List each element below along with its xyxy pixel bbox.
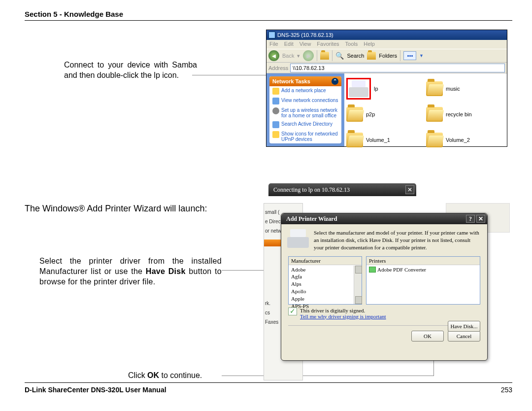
task-view-connections[interactable]: View network connections	[269, 96, 341, 106]
menu-view[interactable]: View	[299, 41, 311, 48]
list-item[interactable]: Adobe	[291, 266, 359, 274]
ok-bold: OK	[147, 371, 159, 379]
list-item[interactable]: Agfa	[291, 273, 359, 280]
signed-icon	[288, 308, 297, 315]
menu-favorites[interactable]: Favorites	[317, 41, 339, 48]
file-label: p2p	[366, 111, 375, 117]
back-icon[interactable]: ◄	[268, 50, 279, 61]
list-item[interactable]: Adobe PDF Converter	[369, 266, 477, 274]
up-folder-icon[interactable]	[320, 52, 329, 60]
text: Click	[128, 371, 147, 379]
folder-icon	[346, 133, 363, 147]
task-add-place[interactable]: Add a network place	[269, 86, 341, 96]
file-label: music	[446, 86, 460, 92]
list-item[interactable]: Apple	[291, 295, 359, 303]
have-disk-button[interactable]: Have Disk...	[448, 321, 480, 332]
separator	[332, 50, 332, 61]
chevron-up-icon[interactable]: ⌃	[332, 78, 338, 85]
manufacturer-list[interactable]: Manufacturer Adobe Agfa Alps Apollo Appl…	[288, 256, 362, 305]
connecting-titlebar: Connecting to lp on 10.78.62.13 ✕	[268, 183, 416, 196]
wizard-description: Select the manufacturer and model of you…	[314, 229, 481, 251]
section-header: Section 5 - Knowledge Base	[25, 10, 512, 20]
close-icon[interactable]: ✕	[405, 185, 414, 194]
connecting-text: Connecting to lp on 10.78.62.13	[273, 186, 350, 194]
folder-icon	[272, 88, 279, 95]
ok-button[interactable]: OK	[411, 331, 444, 342]
list-item[interactable]: Apollo	[291, 288, 359, 295]
wireless-icon	[272, 107, 279, 114]
file-music[interactable]: music	[426, 76, 505, 101]
address-bar: Address	[266, 63, 507, 73]
window-title: DNS-325 (10.78.62.13)	[277, 32, 333, 38]
folders-button[interactable]: Folders	[379, 53, 397, 59]
cancel-button[interactable]: Cancel	[448, 331, 480, 342]
app-icon	[268, 32, 275, 38]
explorer-window: DNS-325 (10.78.62.13) File Edit View Fav…	[266, 30, 507, 147]
network-icon	[272, 98, 279, 104]
manufacturer-header: Manufacturer	[289, 257, 362, 265]
task-label: Set up a wireless network for a home or …	[281, 107, 338, 118]
forward-icon[interactable]: ►	[303, 50, 314, 61]
close-icon[interactable]: ✕	[476, 215, 485, 223]
task-label: Search Active Directory	[281, 121, 332, 127]
printer-icon	[287, 229, 309, 248]
side-panel: Network Tasks ⌃ Add a network place View…	[266, 73, 344, 146]
folder-icon	[346, 107, 363, 122]
instruction-launch: The Windows® Add Printer Wizard will lau…	[25, 203, 232, 214]
content-area: Connect to your device with Samba and th…	[25, 26, 512, 380]
signing-link[interactable]: Tell me why driver signing is important	[300, 313, 386, 319]
menubar: File Edit View Favorites Tools Help	[266, 40, 507, 49]
upnp-icon	[272, 131, 279, 138]
folders-icon[interactable]	[367, 52, 376, 60]
network-tasks-title: Network Tasks	[272, 78, 310, 84]
separator	[317, 50, 317, 61]
folder-icon	[426, 81, 443, 96]
task-label: Add a network place	[281, 88, 326, 93]
menu-tools[interactable]: Tools	[345, 41, 358, 48]
printers-list[interactable]: Printers Adobe PDF Converter	[366, 256, 480, 305]
file-p2p[interactable]: p2p	[346, 102, 425, 127]
wizard-screenshot: small ( e Direct or netw rk. cs Faxes Co…	[264, 183, 510, 390]
list-item[interactable]: APS-PS	[291, 303, 359, 310]
toolbar: ◄ Back ▾ ► 🔍 Search Folders ▼	[266, 49, 507, 63]
folder-icon	[426, 107, 443, 122]
address-label: Address	[268, 65, 288, 71]
file-lp[interactable]: lp	[346, 76, 425, 101]
search-icon	[272, 121, 279, 128]
task-search-ad[interactable]: Search Active Directory	[269, 120, 341, 130]
address-input[interactable]	[290, 64, 505, 72]
wizard-title: Add Printer Wizard	[286, 215, 337, 223]
file-grid: lp music p2p recycle bin Volume_1 Volume…	[344, 73, 507, 146]
menu-help[interactable]: Help	[364, 41, 375, 48]
file-volume1[interactable]: Volume_1	[346, 128, 425, 152]
file-recycle[interactable]: recycle bin	[426, 102, 505, 127]
manual-title: D-Link ShareCenter DNS-320L User Manual	[25, 386, 166, 394]
menu-edit[interactable]: Edit	[284, 41, 294, 48]
search-icon[interactable]: 🔍	[335, 52, 344, 60]
instruction-connect: Connect to your device with Samba and th…	[64, 60, 197, 81]
printers-header: Printers	[366, 257, 480, 265]
back-button[interactable]: Back	[282, 53, 294, 59]
have-disk-bold: Have Disk	[146, 267, 186, 275]
driver-icon	[369, 267, 376, 273]
task-label: View network connections	[281, 98, 338, 103]
printer-icon	[349, 80, 368, 97]
view-button[interactable]	[403, 51, 416, 60]
titlebar: DNS-325 (10.78.62.13)	[266, 30, 507, 40]
network-tasks-header[interactable]: Network Tasks ⌃	[269, 76, 341, 86]
menu-file[interactable]: File	[269, 41, 278, 48]
file-label: lp	[374, 86, 378, 92]
add-printer-wizard: Add Printer Wizard ? ✕ Select the manufa…	[281, 213, 488, 361]
task-wireless[interactable]: Set up a wireless network for a home or …	[269, 106, 341, 120]
instruction-driver: Select the printer driver from the insta…	[39, 256, 222, 287]
task-upnp[interactable]: Show icons for networked UPnP devices	[269, 130, 341, 143]
help-icon[interactable]: ?	[466, 215, 475, 223]
search-button[interactable]: Search	[347, 53, 364, 59]
text: to continue.	[159, 371, 202, 379]
wizard-titlebar: Add Printer Wizard ? ✕	[281, 213, 487, 224]
divider-top	[25, 20, 512, 21]
file-volume2[interactable]: Volume_2	[426, 128, 505, 152]
list-item[interactable]: Alps	[291, 280, 359, 288]
scrollbar[interactable]	[354, 266, 362, 304]
folder-icon	[426, 133, 443, 147]
